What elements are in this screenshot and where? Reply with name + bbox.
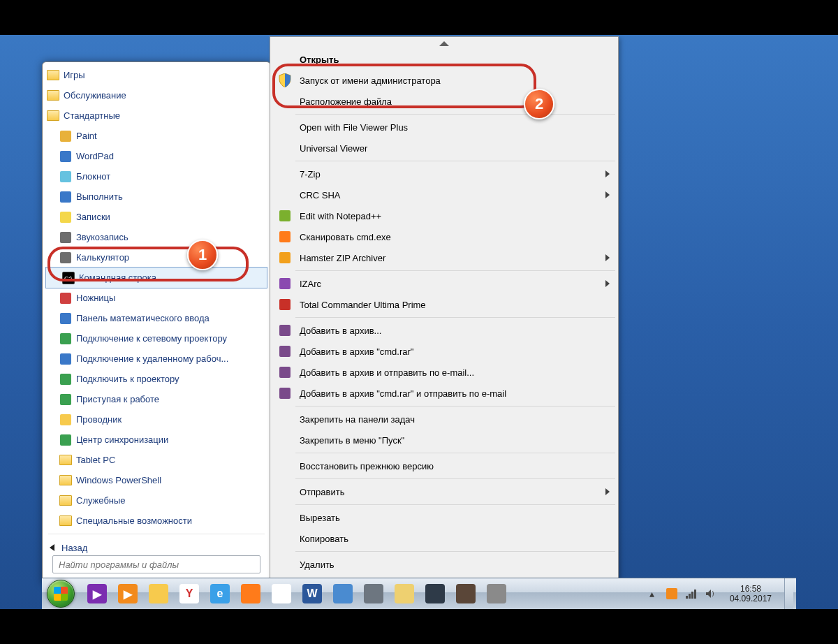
app1-icon bbox=[333, 584, 353, 603]
program-label: Блокнот bbox=[76, 171, 110, 182]
taskbar-word[interactable]: W bbox=[297, 581, 327, 606]
search-input[interactable] bbox=[52, 555, 260, 573]
separator bbox=[295, 161, 615, 161]
program-math[interactable]: Панель математического ввода bbox=[43, 308, 270, 328]
menu-item[interactable]: Копировать bbox=[272, 528, 617, 549]
folder-label: Windows PowerShell bbox=[76, 475, 161, 485]
taskbar-firefox[interactable] bbox=[236, 581, 265, 606]
program-calc[interactable]: Калькулятор bbox=[43, 247, 270, 268]
taskbar-media-player[interactable]: ▶ bbox=[82, 581, 112, 606]
menu-item[interactable]: Вырезать bbox=[272, 507, 617, 528]
folder-Tablet PC[interactable]: Tablet PC bbox=[43, 450, 270, 470]
back-icon bbox=[50, 544, 54, 551]
program-proj[interactable]: Подключить к проектору bbox=[43, 369, 270, 389]
network-icon[interactable] bbox=[685, 587, 698, 600]
menu-item[interactable]: 7-Zip bbox=[272, 163, 617, 184]
menu-item[interactable]: Отправить bbox=[272, 481, 617, 502]
folder-Игры[interactable]: Игры bbox=[43, 65, 270, 85]
submenu-arrow-icon bbox=[605, 254, 610, 261]
scroll-up[interactable] bbox=[439, 41, 449, 46]
menu-item[interactable]: CRC SHA bbox=[272, 184, 617, 205]
program-rdp[interactable]: Подключение к удаленному рабоч... bbox=[43, 349, 270, 369]
step-badge-1: 1 bbox=[187, 240, 218, 270]
program-explorer[interactable]: Проводник bbox=[43, 409, 270, 430]
menu-item[interactable]: IZArc bbox=[272, 273, 617, 294]
taskbar-app6[interactable] bbox=[482, 581, 511, 606]
menu-item[interactable]: Hamster ZIP Archiver bbox=[272, 247, 617, 268]
menu-item[interactable]: Добавить в архив "cmd.rar" bbox=[272, 341, 617, 362]
menu-item[interactable]: Расположение файла bbox=[272, 91, 617, 112]
menu-item[interactable]: Universal Viewer bbox=[272, 138, 617, 159]
tray-up-icon[interactable]: ▴ bbox=[646, 587, 659, 600]
menu-item[interactable]: Добавить в архив "cmd.rar" и отправить п… bbox=[272, 383, 617, 404]
start-button[interactable] bbox=[42, 578, 80, 609]
taskbar-app5[interactable] bbox=[451, 581, 480, 606]
program-label: Центр синхронизации bbox=[76, 434, 168, 445]
blank-icon bbox=[274, 554, 295, 575]
folder-Стандартные[interactable]: Стандартные bbox=[43, 105, 270, 126]
program-notepad[interactable]: Блокнот bbox=[43, 166, 270, 186]
menu-label: Копировать bbox=[295, 534, 600, 544]
menu-item[interactable]: Добавить в архив и отправить по e-mail..… bbox=[272, 362, 617, 383]
folder-label: Стандартные bbox=[64, 110, 120, 121]
folder-Служебные[interactable]: Служебные bbox=[43, 490, 270, 511]
svg-rect-3 bbox=[694, 590, 696, 599]
menu-item[interactable]: Edit with Notepad++ bbox=[272, 205, 617, 226]
folder-Обслуживание[interactable]: Обслуживание bbox=[43, 85, 270, 105]
taskbar-wmp[interactable]: ▶ bbox=[113, 581, 142, 606]
program-sync[interactable]: Центр синхронизации bbox=[43, 430, 270, 450]
menu-label: Удалить bbox=[295, 559, 600, 570]
volume-icon[interactable] bbox=[705, 587, 717, 600]
program-sound[interactable]: Звукозапись bbox=[43, 227, 270, 247]
tray-app-icon[interactable] bbox=[666, 587, 678, 600]
taskbar-app2[interactable] bbox=[359, 581, 388, 606]
program-label: Ножницы bbox=[76, 293, 115, 303]
taskbar-yandex[interactable]: Y bbox=[175, 581, 204, 606]
menu-item[interactable]: Закрепить в меню "Пуск" bbox=[272, 430, 617, 451]
menu-item[interactable]: Удалить bbox=[272, 554, 617, 575]
show-desktop[interactable] bbox=[784, 578, 793, 609]
clock-time: 16:58 bbox=[730, 584, 772, 594]
taskbar-app4[interactable] bbox=[420, 581, 450, 606]
folder-Специальные возможности[interactable]: Специальные возможности bbox=[43, 511, 270, 531]
program-wordpad[interactable]: WordPad bbox=[43, 146, 270, 166]
taskbar-chrome[interactable] bbox=[267, 581, 296, 606]
blank-icon bbox=[274, 507, 295, 528]
menu-item[interactable]: Открыть bbox=[272, 49, 617, 70]
folder-Windows PowerShell[interactable]: Windows PowerShell bbox=[43, 470, 270, 490]
menu-item[interactable]: Total Commander Ultima Prime bbox=[272, 294, 617, 315]
search-box[interactable] bbox=[52, 555, 260, 573]
taskbar-ie[interactable]: e bbox=[205, 581, 235, 606]
separator bbox=[295, 317, 615, 318]
menu-item[interactable]: Добавить в архив... bbox=[272, 320, 617, 341]
menu-item[interactable]: Сканировать cmd.exe bbox=[272, 226, 617, 247]
context-menu: ОткрытьЗапуск от имени администратораРас… bbox=[270, 36, 619, 587]
blank-icon bbox=[274, 91, 295, 112]
app4-icon bbox=[425, 584, 445, 603]
folder-icon bbox=[149, 584, 168, 603]
app6-icon bbox=[487, 584, 506, 603]
menu-label: Добавить в архив "cmd.rar" bbox=[295, 346, 600, 357]
program-netproj[interactable]: Подключение к сетевому проектору bbox=[43, 328, 270, 349]
taskbar-app3[interactable] bbox=[390, 581, 419, 606]
blank-icon bbox=[274, 455, 295, 476]
program-sticky[interactable]: Записки bbox=[43, 207, 270, 227]
hamster-icon bbox=[274, 247, 295, 268]
program-paint[interactable]: Paint bbox=[43, 126, 270, 146]
menu-item[interactable]: Закрепить на панели задач bbox=[272, 409, 617, 430]
taskbar-folder[interactable] bbox=[144, 581, 173, 606]
program-getstarted[interactable]: Приступая к работе bbox=[43, 389, 270, 409]
taskbar-app1[interactable] bbox=[328, 581, 358, 606]
menu-label: Закрепить на панели задач bbox=[295, 414, 600, 425]
menu-item[interactable]: Восстановить прежнюю версию bbox=[272, 455, 617, 476]
folder-label: Служебные bbox=[76, 495, 126, 506]
clock[interactable]: 16:58 04.09.2017 bbox=[724, 584, 777, 603]
npp-icon bbox=[274, 205, 295, 226]
menu-item[interactable]: Open with File Viewer Plus bbox=[272, 117, 617, 138]
program-run[interactable]: Выполнить bbox=[43, 186, 270, 207]
menu-item[interactable]: Запуск от имени администратора bbox=[272, 70, 617, 91]
program-cmd[interactable]: C:\Командная строка bbox=[45, 267, 267, 288]
ie-icon: e bbox=[210, 584, 230, 603]
program-snip[interactable]: Ножницы bbox=[43, 288, 270, 308]
app2-icon bbox=[364, 584, 383, 603]
